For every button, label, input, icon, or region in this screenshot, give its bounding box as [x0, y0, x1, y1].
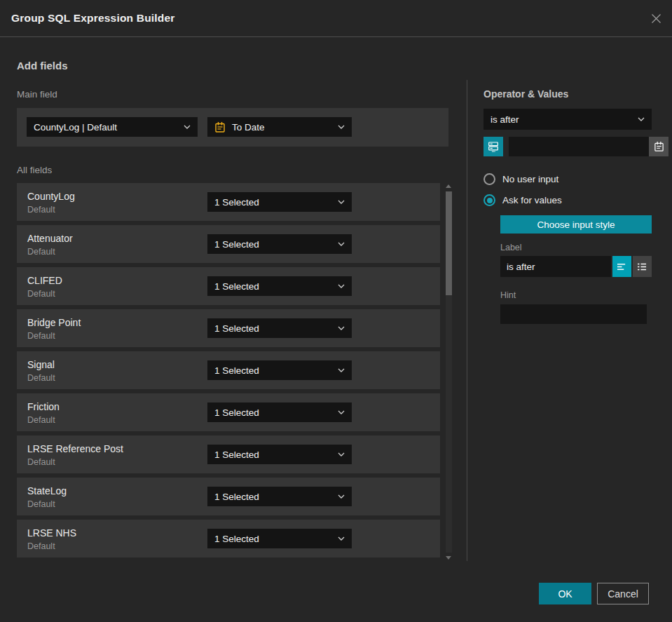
radio-ask-for-values[interactable]: Ask for values: [484, 194, 668, 206]
field-selection-dropdown[interactable]: 1 Selected: [207, 360, 352, 380]
dialog-header: Group SQL Expression Builder: [0, 0, 672, 37]
bullet-list-icon: [637, 262, 647, 271]
single-input-style-button[interactable]: [612, 256, 631, 277]
field-selection-value: 1 Selected: [214, 197, 259, 208]
field-row: Signal Default 1 Selected: [17, 351, 440, 389]
field-selection-dropdown[interactable]: 1 Selected: [207, 234, 352, 254]
user-input-radio-group: No user input Ask for values: [484, 173, 668, 206]
chevron-down-icon: [338, 410, 345, 414]
scrollbar-up-arrow[interactable]: [446, 184, 451, 188]
field-selection-value: 1 Selected: [214, 534, 259, 544]
radio-no-user-input[interactable]: No user input: [484, 173, 668, 185]
value-input-wrap: [509, 137, 668, 156]
operator-dropdown[interactable]: is after: [484, 109, 652, 130]
chevron-down-icon: [184, 125, 191, 129]
field-selection-value: 1 Selected: [214, 449, 259, 460]
field-row: LRSE NHS Default 1 Selected: [17, 520, 440, 557]
radio-ask-for-values-label: Ask for values: [502, 195, 562, 205]
chevron-down-icon: [338, 494, 345, 499]
label-row: [500, 256, 652, 277]
field-name: Friction: [27, 401, 60, 412]
choose-input-style-button[interactable]: Choose input style: [500, 215, 652, 234]
operator-values-title: Operator & Values: [484, 88, 668, 100]
field-subtitle: Default: [27, 457, 55, 467]
value-row: [484, 137, 668, 156]
field-row: StateLog Default 1 Selected: [17, 478, 440, 515]
field-row: LRSE Reference Post Default 1 Selected: [17, 435, 440, 473]
field-name: LRSE Reference Post: [27, 443, 123, 454]
operator-dropdown-value: is after: [491, 114, 519, 125]
chevron-down-icon: [338, 452, 345, 457]
field-subtitle: Default: [27, 205, 55, 215]
list-values-icon: [488, 141, 499, 152]
chevron-down-icon: [338, 326, 345, 330]
calendar-date-icon: [214, 121, 226, 133]
chevron-down-icon: [338, 368, 345, 372]
field-row: CountyLog Default 1 Selected: [17, 183, 440, 221]
field-subtitle: Default: [27, 331, 55, 341]
main-field-panel: CountyLog | Default To Date: [17, 108, 448, 147]
operator-values-panel: Operator & Values is after: [467, 80, 668, 561]
field-subtitle: Default: [27, 499, 55, 509]
field-row: Friction Default 1 Selected: [17, 393, 440, 431]
field-selection-value: 1 Selected: [214, 407, 259, 418]
main-field-dropdown[interactable]: CountyLog | Default: [27, 117, 198, 137]
value-input[interactable]: [509, 137, 649, 156]
list-input-style-button[interactable]: [633, 256, 652, 277]
field-row: CLIFED Default 1 Selected: [17, 267, 440, 305]
chevron-down-icon: [338, 284, 345, 288]
field-name: CLIFED: [27, 275, 62, 286]
field-name: LRSE NHS: [27, 527, 76, 539]
field-name: Signal: [27, 359, 55, 370]
field-row: Bridge Point Default 1 Selected: [17, 309, 440, 347]
field-subtitle: Default: [27, 373, 55, 383]
field-selection-dropdown[interactable]: 1 Selected: [207, 529, 352, 548]
field-selection-dropdown[interactable]: 1 Selected: [207, 403, 352, 422]
field-selection-dropdown[interactable]: 1 Selected: [207, 318, 352, 338]
dialog-title: Group SQL Expression Builder: [11, 0, 175, 36]
field-subtitle: Default: [27, 289, 55, 299]
hint-input[interactable]: [500, 304, 647, 324]
radio-checked-icon: [484, 194, 495, 206]
field-selection-dropdown[interactable]: 1 Selected: [207, 192, 352, 212]
date-type-dropdown[interactable]: To Date: [207, 117, 352, 137]
add-fields-title: Add fields: [17, 60, 68, 72]
scrollbar-down-arrow[interactable]: [446, 556, 451, 560]
field-selection-dropdown[interactable]: 1 Selected: [207, 445, 352, 464]
radio-no-user-input-label: No user input: [502, 174, 558, 184]
field-subtitle: Default: [27, 247, 55, 257]
main-field-dropdown-value: CountyLog | Default: [34, 122, 117, 133]
field-selection-value: 1 Selected: [214, 492, 259, 502]
list-scrollbar[interactable]: [444, 183, 454, 561]
field-subtitle: Default: [27, 415, 55, 425]
field-subtitle: Default: [27, 541, 55, 551]
field-selection-dropdown[interactable]: 1 Selected: [207, 487, 352, 506]
field-selection-value: 1 Selected: [214, 365, 259, 376]
chevron-down-icon: [338, 536, 345, 541]
field-name: Bridge Point: [27, 317, 81, 328]
radio-unchecked-icon: [484, 173, 495, 185]
hint-label: Hint: [500, 290, 652, 300]
chevron-down-icon: [338, 125, 345, 129]
field-selection-dropdown[interactable]: 1 Selected: [207, 276, 352, 296]
ok-button[interactable]: OK: [539, 583, 591, 604]
all-fields-label: All fields: [17, 165, 52, 175]
cancel-button[interactable]: Cancel: [597, 583, 649, 604]
main-field-label: Main field: [17, 89, 57, 100]
ask-values-options: Choose input style Label: [500, 215, 652, 324]
date-picker-button[interactable]: [649, 137, 668, 156]
label-input[interactable]: [500, 256, 611, 277]
chevron-down-icon: [338, 200, 345, 204]
field-row: Attenuator Default 1 Selected: [17, 225, 440, 263]
scrollbar-thumb[interactable]: [446, 191, 452, 295]
field-name: StateLog: [27, 485, 67, 496]
field-name: Attenuator: [27, 233, 73, 244]
align-left-icon: [617, 262, 627, 271]
all-fields-list: CountyLog Default 1 Selected Attenuator …: [17, 183, 440, 562]
date-type-dropdown-value: To Date: [232, 122, 265, 133]
field-selection-value: 1 Selected: [214, 323, 259, 334]
close-button[interactable]: [649, 11, 663, 25]
chevron-down-icon: [338, 242, 345, 246]
unique-values-button[interactable]: [484, 137, 503, 156]
chevron-down-icon: [638, 117, 645, 121]
